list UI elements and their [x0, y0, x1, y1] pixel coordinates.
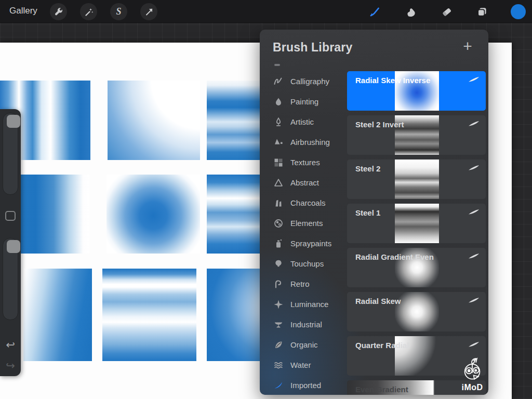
category-spraypaints[interactable]: Spraypaints — [260, 233, 346, 254]
smudge-finger-icon — [405, 6, 416, 18]
artwork-gradient-square — [107, 175, 200, 254]
undo-button[interactable]: ↩ — [0, 339, 21, 351]
brush-name: Steel 2 Invert — [355, 120, 404, 129]
category-charcoals[interactable]: Charcoals — [260, 193, 346, 213]
add-brush-button[interactable]: + — [458, 37, 477, 56]
brush-item-radial-skew[interactable]: Radial Skew — [347, 292, 486, 331]
abstract-triangle-icon — [273, 178, 284, 188]
brush-library-panel: Brush Library + Calligraphy Painting Art… — [260, 30, 488, 395]
redo-button[interactable]: ↪ — [0, 360, 21, 372]
transform-button[interactable] — [140, 3, 157, 20]
imod-owl-logo — [458, 354, 486, 383]
artwork-gradient-square — [102, 269, 196, 361]
category-label: Airbrushing — [290, 138, 330, 147]
spraycan-icon — [273, 238, 284, 249]
brush-name: Radial Skew Inverse — [355, 76, 430, 85]
artwork-gradient-square — [108, 81, 200, 160]
selection-button[interactable]: S — [110, 3, 127, 20]
panel-title: Brush Library — [273, 41, 352, 55]
top-toolbar: Gallery S — [0, 0, 532, 23]
category-water[interactable]: Water — [260, 355, 346, 375]
charcoal-sticks-icon — [273, 198, 284, 208]
category-touchups[interactable]: Touchups — [260, 254, 346, 274]
actions-button[interactable] — [50, 3, 67, 20]
paintbrush-icon — [368, 6, 380, 18]
adjustments-button[interactable] — [80, 3, 97, 20]
brush-opacity-slider[interactable] — [3, 238, 18, 320]
category-label: Organic — [290, 340, 318, 349]
category-industrial[interactable]: Industrial — [260, 314, 346, 335]
category-airbrushing[interactable]: Airbrushing — [260, 132, 346, 152]
gallery-button[interactable]: Gallery — [9, 6, 37, 16]
brush-stroke-icon — [468, 165, 480, 171]
brush-name: Radial Gradient Even — [355, 252, 434, 261]
brush-item-radial-gradient-even[interactable]: Radial Gradient Even — [347, 248, 486, 287]
painting-drop-icon — [273, 97, 284, 107]
brush-item-steel-2[interactable]: Steel 2 — [347, 159, 486, 199]
airbrush-icon — [273, 137, 284, 148]
brush-stroke-icon — [468, 297, 480, 303]
imod-watermark-text: iMoD — [456, 383, 488, 392]
layers-icon — [476, 6, 488, 18]
modify-button[interactable] — [5, 211, 16, 221]
brush-thumbnail — [395, 159, 439, 199]
brush-name: Quarter Radial — [355, 341, 409, 350]
category-label: Elements — [290, 219, 323, 228]
category-textures[interactable]: Textures — [260, 152, 346, 172]
transform-arrow-icon — [144, 7, 154, 17]
brush-name: Steel 2 — [355, 164, 380, 173]
brush-name: Even Gradient — [355, 385, 408, 394]
leaf-icon — [273, 340, 284, 350]
category-organic[interactable]: Organic — [260, 335, 346, 355]
sidebar-slider-bar: ↩ ↪ — [0, 109, 21, 376]
category-label: Imported — [290, 381, 321, 390]
imod-watermark: iMoD — [456, 354, 488, 393]
brush-opacity-handle[interactable] — [7, 240, 20, 253]
category-artistic[interactable]: Artistic — [260, 112, 346, 132]
anvil-icon — [273, 320, 284, 330]
touchup-lantern-icon — [273, 259, 284, 269]
color-swatch[interactable] — [511, 4, 526, 19]
brush-item-steel-1[interactable]: Steel 1 — [347, 204, 486, 243]
brush-stroke-icon — [468, 341, 480, 348]
category-label: Industrial — [290, 320, 322, 329]
category-label: Touchups — [290, 259, 324, 268]
erase-tool-button[interactable] — [439, 4, 455, 20]
category-label: Artistic — [290, 117, 314, 126]
paint-tool-button[interactable] — [366, 4, 382, 20]
artwork-gradient-square — [23, 269, 92, 361]
category-luminance[interactable]: Luminance — [260, 294, 346, 314]
texture-checker-icon — [273, 157, 284, 168]
brush-name: Steel 1 — [355, 208, 380, 217]
partial-category-row — [274, 64, 280, 66]
brush-size-handle[interactable] — [7, 115, 20, 128]
category-imported[interactable]: Imported — [260, 375, 346, 395]
smudge-tool-button[interactable] — [403, 4, 418, 20]
category-painting[interactable]: Painting — [260, 91, 346, 112]
brush-stroke-icon — [468, 209, 480, 215]
elements-circle-icon — [273, 218, 284, 229]
category-label: Spraypaints — [290, 239, 331, 248]
category-calligraphy[interactable]: Calligraphy — [260, 71, 346, 91]
brush-item-radial-skew-inverse[interactable]: Radial Skew Inverse — [347, 71, 486, 111]
waves-icon — [273, 360, 284, 370]
category-label: Textures — [290, 158, 320, 167]
category-label: Water — [290, 361, 311, 369]
category-elements[interactable]: Elements — [260, 213, 346, 233]
brush-stroke-icon — [468, 76, 480, 83]
category-label: Abstract — [290, 178, 319, 187]
brush-stroke-icon — [468, 253, 480, 259]
category-abstract[interactable]: Abstract — [260, 172, 346, 193]
calligraphy-icon — [273, 76, 284, 87]
wrench-icon — [54, 7, 63, 17]
category-label: Luminance — [290, 300, 328, 309]
artistic-drop-icon — [273, 117, 284, 127]
imported-brushstroke-icon — [273, 380, 284, 391]
category-label: Retro — [290, 280, 310, 288]
brush-stroke-icon — [468, 121, 480, 127]
brush-item-steel-2-invert[interactable]: Steel 2 Invert — [347, 115, 486, 155]
category-retro[interactable]: Retro — [260, 274, 346, 294]
layers-button[interactable] — [474, 4, 490, 20]
brush-size-slider[interactable] — [3, 113, 18, 195]
eraser-icon — [441, 6, 453, 18]
